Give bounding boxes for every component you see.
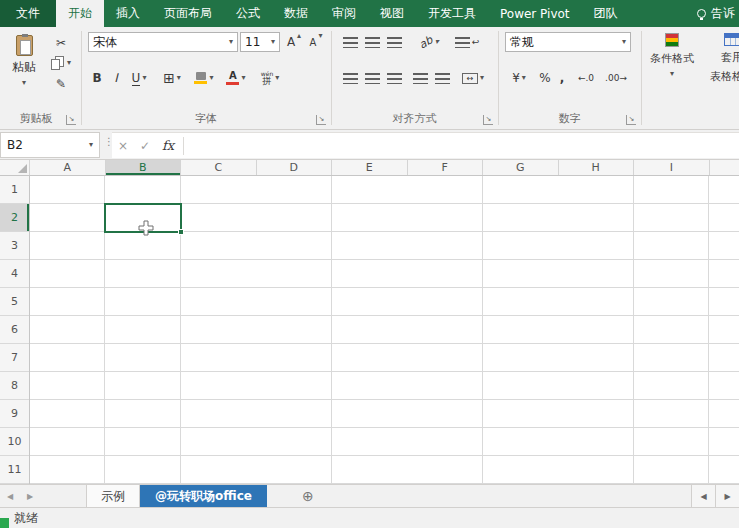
row-header-9[interactable]: 9 [0,400,29,428]
row-header-7[interactable]: 7 [0,344,29,372]
font-color-button[interactable]: A ▾ [222,68,250,88]
tab-page-layout[interactable]: 页面布局 [152,0,224,27]
scroll-right-icon[interactable]: ▶ [715,485,739,507]
row-header-10[interactable]: 10 [0,428,29,456]
merge-center-button[interactable]: ↔ ▾ [456,68,490,88]
column-header-a[interactable]: A [30,160,106,175]
formula-input[interactable] [187,133,739,158]
font-dialog-launcher[interactable]: ↘ [316,115,326,125]
alignment-dialog-launcher[interactable]: ↘ [483,115,493,125]
orientation-dropdown-icon[interactable]: ▾ [435,38,439,46]
font-size-dropdown-icon[interactable]: ▾ [271,38,275,46]
row-header-5[interactable]: 5 [0,288,29,316]
number-format-combobox[interactable]: 常规 ▾ [505,32,631,52]
column-header-g[interactable]: G [483,160,559,175]
tab-developer[interactable]: 开发工具 [416,0,488,27]
decrease-indent-button[interactable] [410,70,430,86]
column-header-e[interactable]: E [332,160,408,175]
enter-button[interactable]: ✓ [134,139,156,153]
increase-decimal-button[interactable]: ←.0 [573,68,599,88]
align-middle-button[interactable] [362,34,382,50]
increase-font-size-button[interactable]: A ▴ [284,32,304,52]
orientation-button[interactable]: ab ▾ [412,32,446,52]
row-header-4[interactable]: 4 [0,260,29,288]
merge-dropdown-icon[interactable]: ▾ [480,74,484,82]
decrease-decimal-button[interactable]: .00→ [601,68,631,88]
underline-dropdown-icon[interactable]: ▾ [142,74,146,82]
font-color-dropdown-icon[interactable]: ▾ [241,74,245,82]
name-box[interactable]: B2 ▾ [0,132,100,158]
column-header-b[interactable]: B [106,160,182,175]
fill-color-dropdown-icon[interactable]: ▾ [209,74,213,82]
tab-data[interactable]: 数据 [272,0,320,27]
tab-review[interactable]: 审阅 [320,0,368,27]
conditional-formatting-button[interactable]: 条件格式 ▾ [646,33,698,78]
format-painter-button[interactable]: ✎ [48,75,74,92]
align-right-button[interactable] [384,70,404,86]
select-all-corner[interactable] [0,160,30,175]
font-name-dropdown-icon[interactable]: ▾ [229,38,233,46]
row-header-6[interactable]: 6 [0,316,29,344]
tab-formulas[interactable]: 公式 [224,0,272,27]
borders-dropdown-icon[interactable]: ▾ [177,74,181,82]
accounting-format-button[interactable]: ¥ ▾ [505,68,533,88]
comma-style-button[interactable]: , [555,68,569,88]
phonetic-dropdown-icon[interactable]: ▾ [275,74,279,82]
tab-file[interactable]: 文件 [0,0,56,27]
fill-color-button[interactable]: ▾ [190,68,218,88]
copy-button[interactable]: ▾ [46,54,76,71]
italic-button[interactable]: I [108,68,124,88]
number-dialog-launcher[interactable]: ↘ [626,115,636,125]
row-header-1[interactable]: 1 [0,176,29,204]
tab-home[interactable]: 开始 [56,0,104,27]
row-header-3[interactable]: 3 [0,232,29,260]
column-header-f[interactable]: F [408,160,484,175]
font-name-combobox[interactable]: 宋体 ▾ [88,32,238,52]
cancel-button[interactable]: × [112,139,134,153]
increase-indent-button[interactable] [432,70,452,86]
paste-dropdown-icon[interactable]: ▾ [22,79,26,87]
borders-button[interactable]: ⊞ ▾ [158,68,186,88]
phonetic-guide-button[interactable]: wén 拼 ▾ [254,67,286,89]
row-header-11[interactable]: 11 [0,456,29,484]
decrease-font-size-button[interactable]: A ▾ [306,32,326,52]
tell-me-box[interactable]: 告诉 [689,0,739,27]
worksheet-grid[interactable]: 1 2 3 4 5 6 7 8 9 10 11 [0,176,739,484]
insert-function-button[interactable]: fx [156,138,180,153]
tab-team[interactable]: 团队 [582,0,630,27]
wrap-text-button[interactable]: ↩ [452,34,482,50]
percent-style-button[interactable]: % [537,68,553,88]
sheet-nav-right-icon[interactable]: ▶ [20,485,40,507]
sheet-tab-shili[interactable]: 示例 [86,485,140,507]
tab-insert[interactable]: 插入 [104,0,152,27]
copy-dropdown-icon[interactable]: ▾ [67,59,71,67]
column-header-c[interactable]: C [181,160,257,175]
paste-button[interactable]: 粘贴 ▾ [5,31,43,103]
bold-button[interactable]: B [88,68,106,88]
column-header-i[interactable]: I [634,160,710,175]
row-header-2[interactable]: 2 [0,204,29,232]
tab-power-pivot[interactable]: Power Pivot [488,0,582,27]
fill-handle[interactable] [178,229,184,235]
cut-button[interactable]: ✂ [48,34,74,51]
align-left-button[interactable] [340,70,360,86]
row-header-8[interactable]: 8 [0,372,29,400]
column-header-d[interactable]: D [257,160,333,175]
conditional-formatting-dropdown-icon[interactable]: ▾ [670,70,674,78]
format-as-table-button[interactable]: 套用 表格格式 [702,33,739,84]
column-header-partial[interactable] [710,160,739,175]
align-center-button[interactable] [362,70,382,86]
scroll-left-icon[interactable]: ◀ [691,485,715,507]
sheet-tab-wanzhuan-office[interactable]: @玩转职场office [140,485,267,507]
font-size-combobox[interactable]: 11 ▾ [240,32,280,52]
align-bottom-button[interactable] [384,34,404,50]
tab-view[interactable]: 视图 [368,0,416,27]
underline-button[interactable]: U ▾ [126,68,152,88]
number-format-dropdown-icon[interactable]: ▾ [622,38,626,46]
align-top-button[interactable] [340,34,360,50]
clipboard-dialog-launcher[interactable]: ↘ [66,115,76,125]
new-sheet-button[interactable]: ⊕ [291,485,325,507]
name-box-dropdown-icon[interactable]: ▾ [89,141,93,149]
accounting-dropdown-icon[interactable]: ▾ [522,74,526,82]
sheet-nav-left-icon[interactable]: ◀ [0,485,20,507]
